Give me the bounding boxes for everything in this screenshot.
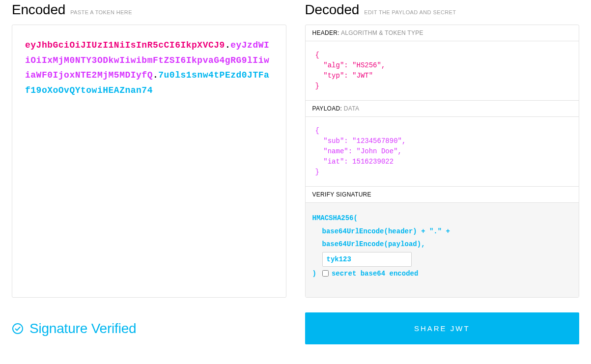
decoded-title: Decoded (305, 2, 360, 18)
sig-line-open: HMACSHA256( (312, 212, 572, 225)
token-header-segment: eyJhbGciOiJIUzI1NiIsInR5cCI6IkpXVCJ9 (25, 40, 225, 50)
header-label-secondary: ALGORITHM & TOKEN TYPE (341, 29, 423, 36)
signature-verified-block: Signature Verified (12, 321, 286, 336)
sig-close-paren: ) (312, 270, 316, 278)
svg-point-0 (13, 324, 23, 334)
sig-line-payload: base64UrlEncode(payload), (312, 238, 572, 251)
decoded-signature-body: HMACSHA256( base64UrlEncode(header) + ".… (306, 203, 579, 297)
decoded-payload-label: PAYLOAD: DATA (306, 100, 579, 117)
checkmark-circle-icon (12, 323, 24, 335)
encoded-title: Encoded (12, 2, 65, 18)
decoded-header-json[interactable]: { "alg": "HS256", "typ": "JWT" } (306, 41, 579, 100)
decoded-box: HEADER: ALGORITHM & TOKEN TYPE { "alg": … (305, 25, 580, 298)
secret-input[interactable] (322, 252, 412, 267)
encoded-hint: PASTE A TOKEN HERE (70, 9, 132, 15)
decoded-payload-json[interactable]: { "sub": "1234567890", "name": "John Doe… (306, 117, 579, 186)
token-dot-2: . (153, 70, 158, 80)
decoded-hint: EDIT THE PAYLOAD AND SECRET (364, 9, 456, 15)
decoded-header-label: HEADER: ALGORITHM & TOKEN TYPE (306, 25, 579, 41)
encoded-token-box[interactable]: eyJhbGciOiJIUzI1NiIsInR5cCI6IkpXVCJ9.eyJ… (12, 25, 286, 298)
payload-label-secondary: DATA (344, 105, 359, 112)
sig-line-header: base64UrlEncode(header) + "." + (312, 225, 572, 238)
header-label-primary: HEADER: (312, 29, 339, 36)
payload-label-primary: PAYLOAD: (312, 105, 342, 112)
decoded-signature-label: VERIFY SIGNATURE (306, 186, 579, 203)
token-dot-1: . (225, 40, 230, 50)
secret-base64-label: secret base64 encoded (332, 270, 418, 278)
signature-verified-text: Signature Verified (29, 321, 136, 336)
share-jwt-button[interactable]: SHARE JWT (305, 312, 580, 344)
secret-base64-checkbox[interactable] (322, 270, 329, 277)
